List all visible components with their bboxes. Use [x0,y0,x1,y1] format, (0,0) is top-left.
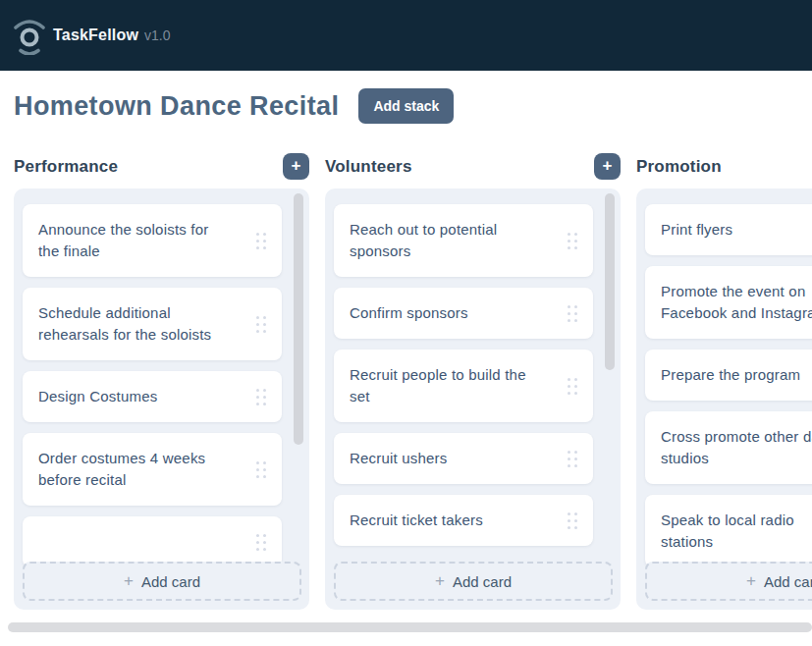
stack-header: Volunteers + [325,153,621,180]
drag-handle-icon[interactable] [568,378,577,395]
brand-name: TaskFellow [53,27,138,44]
add-card-plus-button[interactable]: + [283,153,309,180]
card[interactable]: Speak to local radio stations [645,495,812,567]
card-text: Schedule additional rehearsals for the s… [38,302,227,346]
add-stack-button[interactable]: Add stack [358,88,454,124]
drag-handle-icon[interactable] [256,233,266,249]
card[interactable]: Reach out to potential sponsors [334,204,593,277]
plus-icon: + [124,571,134,591]
card[interactable]: Announce the soloists for the finale [23,204,282,277]
taskfellow-logo-icon [13,16,46,55]
card[interactable]: Print flyers [645,204,812,255]
card[interactable]: Schedule additional rehearsals for the s… [23,288,282,360]
card-list: Reach out to potential sponsorsConfirm s… [325,188,621,546]
card[interactable]: Recruit people to build the set [334,350,593,422]
drag-handle-icon[interactable] [568,305,577,322]
drag-handle-icon[interactable] [256,316,266,333]
stack-panel: Print flyersPromote the event on Faceboo… [636,188,812,610]
card-text: Announce the soloists for the finale [38,219,227,262]
drag-handle-icon[interactable] [256,461,266,478]
card-list: Print flyersPromote the event on Faceboo… [636,188,812,567]
add-card-label: Add card [453,573,512,590]
add-card-button[interactable]: + Add card [23,562,301,601]
plus-icon: + [746,571,756,591]
stack-title: Volunteers [325,157,412,177]
add-card-label: Add card [764,573,812,590]
app-version: v1.0 [144,27,170,43]
card[interactable]: Confirm sponsors [334,288,593,339]
card-text: Promote the event on Facebook and Instag… [661,281,812,324]
stack-title: Promotion [636,157,722,177]
card[interactable]: Cross promote other dance studios [645,411,812,484]
card-text: Recruit ushers [350,448,538,469]
drag-handle-icon[interactable] [568,233,577,249]
card-list: Announce the soloists for the finaleSche… [14,188,309,567]
card-text: Recruit people to build the set [350,364,538,407]
title-row: Hometown Dance Recital Add stack [14,87,812,125]
stack: Promotion + Print flyersPromote the even… [636,153,812,610]
horizontal-scrollbar-thumb[interactable] [8,622,812,632]
stack-title: Performance [14,157,118,177]
top-nav: TaskFellow v1.0 [0,0,812,71]
drag-handle-icon[interactable] [256,389,266,405]
drag-handle-icon[interactable] [568,512,577,529]
card[interactable]: Prepare the program [645,350,812,401]
card-text: Design Costumes [38,386,227,407]
plus-icon: + [435,571,445,591]
card[interactable]: Recruit ushers [334,433,593,484]
stack: Performance + Announce the soloists for … [14,153,309,610]
stack-header: Promotion + [636,153,812,180]
stack-scrollbar-thumb[interactable] [605,193,615,370]
card[interactable] [23,516,282,567]
page-content: Hometown Dance Recital Add stack Perform… [0,87,812,610]
card[interactable]: Order costumes 4 weeks before recital [23,433,282,506]
add-card-label: Add card [141,573,200,590]
board: Performance + Announce the soloists for … [14,153,812,610]
stack: Volunteers + Reach out to potential spon… [325,153,621,610]
drag-handle-icon[interactable] [568,451,577,467]
stack-header: Performance + [14,153,309,180]
stack-scrollbar-thumb[interactable] [294,193,303,445]
card-text: Order costumes 4 weeks before recital [38,448,227,491]
card-text: Prepare the program [661,364,812,386]
card-text: Recruit ticket takers [350,510,538,531]
card-text: Speak to local radio stations [661,510,812,553]
add-card-plus-button[interactable]: + [594,153,621,180]
add-card-button[interactable]: + Add card [645,562,812,601]
card-text: Reach out to potential sponsors [350,219,538,262]
stack-panel: Announce the soloists for the finaleSche… [14,188,309,610]
page-title: Hometown Dance Recital [14,91,339,122]
card-text: Print flyers [661,219,812,241]
add-card-button[interactable]: + Add card [334,562,613,601]
card[interactable]: Design Costumes [23,371,282,422]
stack-panel: Reach out to potential sponsorsConfirm s… [325,188,621,610]
drag-handle-icon[interactable] [256,534,266,551]
card-text: Confirm sponsors [350,302,538,324]
card[interactable]: Promote the event on Facebook and Instag… [645,266,812,339]
card-text: Cross promote other dance studios [661,426,812,469]
card[interactable]: Recruit ticket takers [334,495,593,546]
